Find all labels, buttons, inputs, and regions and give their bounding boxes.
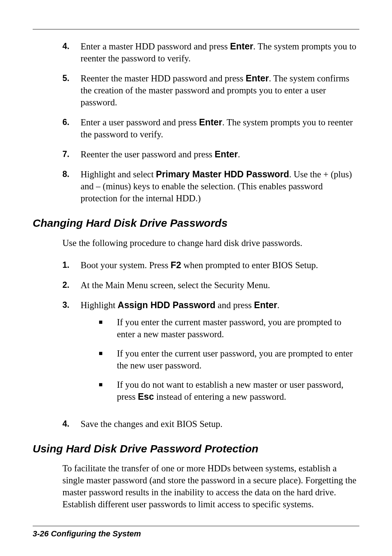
bullet-3: ■ If you do not want to establish a new … xyxy=(81,379,359,403)
step-text: Reenter the user password and press Ente… xyxy=(81,148,359,160)
intro-para-b: To facilitate the transfer of one or mor… xyxy=(62,462,359,510)
list-section-b: 1. Boot your system. Press F2 when promp… xyxy=(33,259,359,430)
intro-para-a: Use the following procedure to change ha… xyxy=(62,237,359,249)
bullet-text: If you do not want to establish a new ma… xyxy=(117,379,359,403)
step-number: 6. xyxy=(62,116,81,140)
step-number: 8. xyxy=(62,168,81,204)
bullet-text: If you enter the current master password… xyxy=(117,316,359,340)
page-footer: 3-26 Configuring the System xyxy=(33,526,359,539)
step-text: Boot your system. Press F2 when prompted… xyxy=(81,259,359,271)
step-b2: 2. At the Main Menu screen, select the S… xyxy=(33,279,359,291)
heading-using: Using Hard Disk Drive Password Protectio… xyxy=(33,442,359,456)
footer-text: 3-26 Configuring the System xyxy=(33,529,359,539)
step-text: Highlight and select Primary Master HDD … xyxy=(81,168,359,204)
step-b3: 3. Highlight Assign HDD Password and pre… xyxy=(33,299,359,410)
step-number: 3. xyxy=(62,299,81,410)
step-b1: 1. Boot your system. Press F2 when promp… xyxy=(33,259,359,271)
step-text: Highlight Assign HDD Password and press … xyxy=(81,299,359,410)
step-number: 1. xyxy=(62,259,81,271)
step-number: 7. xyxy=(62,148,81,160)
step-8: 8. Highlight and select Primary Master H… xyxy=(33,168,359,204)
main-content: 4. Enter a master HDD password and press… xyxy=(33,40,359,510)
top-rule xyxy=(33,29,359,29)
footer-rule xyxy=(33,526,359,526)
step-6: 6. Enter a user password and press Enter… xyxy=(33,116,359,140)
step-7: 7. Reenter the user password and press E… xyxy=(33,148,359,160)
bullet-2: ■ If you enter the current user password… xyxy=(81,347,359,371)
step-text: Enter a master HDD password and press En… xyxy=(81,40,359,64)
bullet-1: ■ If you enter the current master passwo… xyxy=(81,316,359,340)
heading-changing: Changing Hard Disk Drive Passwords xyxy=(33,216,359,230)
step-text: Save the changes and exit BIOS Setup. xyxy=(81,418,359,430)
step-4: 4. Enter a master HDD password and press… xyxy=(33,40,359,64)
bullet-text: If you enter the current user password, … xyxy=(117,347,359,371)
step-number: 2. xyxy=(62,279,81,291)
step-5: 5. Reenter the master HDD password and p… xyxy=(33,72,359,108)
square-bullet-icon: ■ xyxy=(99,347,117,371)
step-text: Reenter the master HDD password and pres… xyxy=(81,72,359,108)
step-b4: 4. Save the changes and exit BIOS Setup. xyxy=(33,418,359,430)
sub-bullets: ■ If you enter the current master passwo… xyxy=(81,316,359,403)
step-text: Enter a user password and press Enter. T… xyxy=(81,116,359,140)
step-number: 5. xyxy=(62,72,81,108)
square-bullet-icon: ■ xyxy=(99,316,117,340)
step-number: 4. xyxy=(62,40,81,64)
step-number: 4. xyxy=(62,418,81,430)
square-bullet-icon: ■ xyxy=(99,379,117,403)
list-section-a: 4. Enter a master HDD password and press… xyxy=(33,40,359,204)
step-text: At the Main Menu screen, select the Secu… xyxy=(81,279,359,291)
